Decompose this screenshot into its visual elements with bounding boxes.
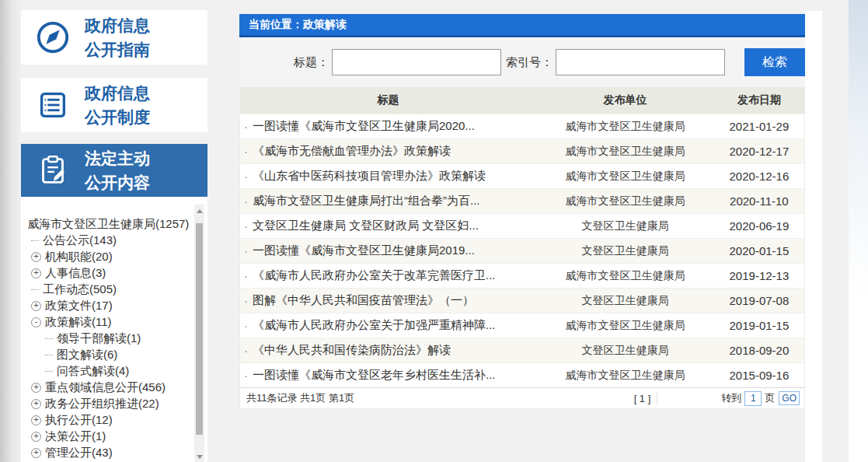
tree-item-label: 工作动态(505) bbox=[43, 282, 117, 297]
row-title-text: 一图读懂《威海市文登区卫生健康局2019... bbox=[253, 243, 475, 258]
tree-scrollbar[interactable] bbox=[194, 205, 204, 462]
tree-item[interactable]: + 管理公开(43) bbox=[21, 445, 207, 461]
table-row: · 《威海市无偿献血管理办法》政策解读 威海市文登区卫生健康局 2020-12-… bbox=[240, 138, 804, 163]
tree-toggle-icon[interactable]: - bbox=[31, 317, 41, 327]
title-search-input[interactable] bbox=[332, 49, 501, 75]
row-title-text: 《中华人民共和国传染病防治法》解读 bbox=[253, 343, 451, 358]
row-date: 2020-01-15 bbox=[714, 244, 804, 257]
tree-item[interactable]: 公告公示(143) bbox=[21, 233, 207, 249]
search-button[interactable]: 检索 bbox=[744, 48, 805, 76]
tree-item[interactable]: 工作动态(505) bbox=[21, 282, 207, 298]
go-button[interactable]: GO bbox=[779, 391, 800, 405]
row-title-link[interactable]: · 一图读懂《威海市文登区老年乡村医生生活补... bbox=[240, 368, 536, 383]
goto-page-input[interactable] bbox=[744, 391, 762, 406]
table-row: · 《威海市人民政府办公室关于加强严重精神障... 威海市文登区卫生健康局 20… bbox=[240, 313, 804, 338]
row-date: 2020-12-17 bbox=[714, 145, 804, 158]
sidebar-item-label: 法定主动 公开内容 bbox=[85, 146, 150, 194]
tree-toggle-icon[interactable]: + bbox=[31, 415, 41, 425]
scrollbar-thumb[interactable] bbox=[196, 223, 203, 435]
tree-toggle-icon[interactable]: + bbox=[31, 399, 41, 409]
page: 政府信息 公开指南 政府信息 公开制度 bbox=[0, 0, 868, 462]
row-title-link[interactable]: · 图解《中华人民共和国疫苗管理法》（一） bbox=[240, 293, 536, 308]
row-title-link[interactable]: · 《中华人民共和国传染病防治法》解读 bbox=[240, 343, 536, 358]
tree-item[interactable]: 问答式解读(4) bbox=[21, 363, 207, 380]
tree-item-label: 政策文件(17) bbox=[45, 299, 113, 313]
tree-toggle-icon[interactable]: + bbox=[31, 432, 41, 442]
sidebar-item-label: 政府信息 公开指南 bbox=[85, 13, 150, 61]
title-field-label: 标题： bbox=[294, 55, 329, 70]
header-title: 标题 bbox=[240, 93, 536, 107]
row-publisher: 威海市文登区卫生健康局 bbox=[536, 369, 714, 383]
row-title-link[interactable]: · 《威海市无偿献血管理办法》政策解读 bbox=[240, 144, 536, 159]
table-row: · 文登区卫生健康局 文登区财政局 文登区妇... 文登区卫生健康局 2020-… bbox=[240, 213, 804, 238]
tree-item[interactable]: + 决策公开(1) bbox=[21, 429, 207, 445]
tree-toggle-icon[interactable]: + bbox=[31, 383, 41, 393]
tree-item-label: 政策解读(11) bbox=[45, 315, 112, 330]
tree-item[interactable]: + 政务公开组织推进(22) bbox=[21, 396, 207, 412]
tree-item[interactable]: + 执行公开(12) bbox=[21, 412, 207, 429]
tree-toggle-icon[interactable]: + bbox=[31, 252, 41, 262]
row-date: 2019-07-08 bbox=[714, 294, 804, 307]
tree-toggle-icon[interactable]: + bbox=[31, 301, 41, 311]
bullet-icon: · bbox=[244, 219, 248, 233]
row-publisher: 威海市文登区卫生健康局 bbox=[536, 145, 714, 159]
sidebar-item-gov-info-system[interactable]: 政府信息 公开制度 bbox=[21, 78, 207, 132]
row-date: 2018-09-20 bbox=[714, 344, 804, 357]
tree-item-label: 执行公开(12) bbox=[45, 413, 113, 428]
table-row: · 一图读懂《威海市文登区卫生健康局2020... 威海市文登区卫生健康局 20… bbox=[240, 114, 804, 138]
row-title-link[interactable]: · 一图读懂《威海市文登区卫生健康局2019... bbox=[240, 243, 536, 258]
bullet-icon: · bbox=[244, 244, 248, 257]
bullet-icon: · bbox=[244, 120, 248, 133]
row-publisher: 威海市文登区卫生健康局 bbox=[536, 319, 714, 333]
scroll-down-arrow-icon[interactable] bbox=[197, 455, 203, 459]
row-title-text: 一图读懂《威海市文登区卫生健康局2020... bbox=[253, 119, 475, 134]
row-title-link[interactable]: · 一图读懂《威海市文登区卫生健康局2020... bbox=[240, 119, 536, 134]
scroll-up-arrow-icon[interactable] bbox=[197, 209, 203, 213]
goto-label: 转到 bbox=[721, 391, 741, 405]
tree-item[interactable]: 领导干部解读(1) bbox=[21, 331, 207, 347]
header-publisher: 发布单位 bbox=[536, 93, 714, 107]
row-publisher: 威海市文登区卫生健康局 bbox=[536, 170, 714, 184]
table-row: · 图解《中华人民共和国疫苗管理法》（一） 文登区卫生健康局 2019-07-0… bbox=[240, 288, 804, 313]
row-title-text: 一图读懂《威海市文登区老年乡村医生生活补... bbox=[253, 368, 496, 383]
tree-item-label: 威海市文登区卫生健康局(1257) bbox=[27, 217, 189, 232]
tree-item[interactable]: + 重点领域信息公开(456) bbox=[21, 380, 207, 396]
row-publisher: 文登区卫生健康局 bbox=[536, 219, 714, 233]
record-count-summary: 共11条记录 共1页 第1页 bbox=[246, 391, 354, 405]
tree-item[interactable]: + 机构职能(20) bbox=[21, 249, 207, 265]
tree-item[interactable]: + 人事信息(3) bbox=[21, 265, 207, 282]
tree-item[interactable]: 图文解读(6) bbox=[21, 347, 207, 363]
sidebar-item-statutory-disclosure[interactable]: 法定主动 公开内容 bbox=[21, 144, 207, 197]
row-date: 2019-12-13 bbox=[714, 269, 804, 282]
tree-toggle-icon bbox=[31, 240, 39, 241]
sidebar-item-label: 政府信息 公开制度 bbox=[85, 81, 150, 129]
tree-item-label: 决策公开(1) bbox=[45, 429, 106, 444]
compass-icon bbox=[21, 19, 85, 55]
tree-toggle-icon[interactable]: + bbox=[31, 268, 41, 278]
goto-page-control: 转到 页 GO bbox=[721, 391, 800, 406]
row-title-text: 《威海市无偿献血管理办法》政策解读 bbox=[253, 144, 451, 159]
header-date: 发布日期 bbox=[714, 93, 804, 107]
tree-item[interactable]: 威海市文登区卫生健康局(1257) bbox=[21, 216, 207, 233]
sidebar-item-gov-info-guide[interactable]: 政府信息 公开指南 bbox=[21, 10, 207, 65]
tree-item-label: 政务公开组织推进(22) bbox=[45, 397, 159, 411]
index-field-label: 索引号： bbox=[506, 55, 553, 70]
tree-toggle-icon[interactable]: + bbox=[31, 448, 41, 458]
bullet-icon: · bbox=[244, 294, 248, 307]
page-number-link[interactable]: [ 1 ] bbox=[634, 393, 651, 404]
row-title-link[interactable]: · 《山东省中医药科技项目管理办法》政策解读 bbox=[240, 169, 536, 184]
index-search-input[interactable] bbox=[556, 49, 725, 75]
row-title-text: 图解《中华人民共和国疫苗管理法》（一） bbox=[253, 293, 474, 308]
row-title-link[interactable]: · 《威海市人民政府办公室关于改革完善医疗卫... bbox=[240, 268, 536, 283]
tree-item-label: 问答式解读(4) bbox=[57, 364, 129, 379]
tree-item[interactable]: - 政策解读(11) bbox=[21, 314, 207, 331]
row-publisher: 威海市文登区卫生健康局 bbox=[536, 269, 714, 283]
row-title-text: 《威海市人民政府办公室关于改革完善医疗卫... bbox=[253, 268, 496, 283]
row-title-text: 威海市文登区卫生健康局打出“组合拳”为百... bbox=[253, 194, 480, 208]
tree-item-label: 人事信息(3) bbox=[45, 266, 106, 281]
tree-item[interactable]: + 政策文件(17) bbox=[21, 298, 207, 314]
search-bar: 标题： 索引号： 检索 bbox=[239, 37, 805, 87]
row-title-link[interactable]: · 文登区卫生健康局 文登区财政局 文登区妇... bbox=[240, 219, 536, 233]
row-title-link[interactable]: · 《威海市人民政府办公室关于加强严重精神障... bbox=[240, 318, 536, 333]
row-title-link[interactable]: · 威海市文登区卫生健康局打出“组合拳”为百... bbox=[240, 194, 536, 208]
